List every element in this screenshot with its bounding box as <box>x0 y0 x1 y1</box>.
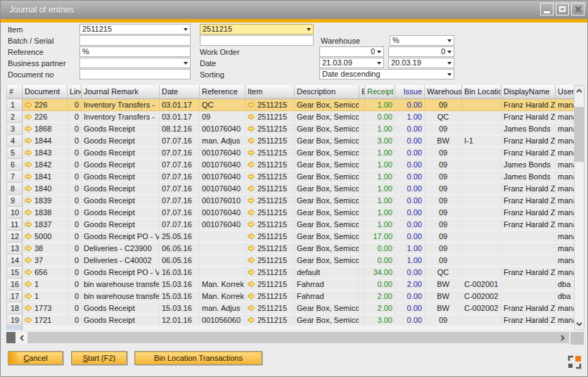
cell-user[interactable]: mana <box>556 123 575 135</box>
cell-issue[interactable]: 1.00 <box>395 255 425 267</box>
link-arrow-icon[interactable] <box>25 231 32 243</box>
cell-date[interactable]: 07.07.16 <box>160 195 200 207</box>
cell-description[interactable]: Gear Box, Semicondu <box>295 111 359 123</box>
cell-line[interactable]: 0 <box>68 147 82 159</box>
cell-warehouse[interactable]: QC <box>425 111 462 123</box>
link-arrow-icon[interactable] <box>25 112 32 123</box>
cell-receipt[interactable]: 1.00 <box>365 159 395 171</box>
cell-reference[interactable] <box>200 243 245 255</box>
cell-e[interactable] <box>359 267 365 279</box>
item-code-combo[interactable]: 2511215 <box>200 24 314 34</box>
cell-display-name[interactable] <box>501 255 556 267</box>
cell-description[interactable]: Gear Box, Semicondu <box>295 195 359 207</box>
row-number[interactable]: 8 <box>7 183 23 195</box>
cell-receipt[interactable]: 34.00 <box>365 267 395 279</box>
cell-reference[interactable]: 001056060 <box>200 314 245 326</box>
column-header-e[interactable]: E <box>359 85 365 99</box>
cell-issue[interactable]: 0.00 <box>395 159 425 171</box>
row-number[interactable]: 19 <box>7 314 23 326</box>
cell-user[interactable]: mana <box>556 302 575 314</box>
cell-reference[interactable]: Man. Korrek <box>200 290 245 302</box>
cell-issue[interactable]: 1.00 <box>395 111 425 123</box>
link-arrow-icon[interactable] <box>248 207 255 219</box>
cell-user[interactable]: mana <box>556 171 575 183</box>
link-arrow-icon[interactable] <box>25 184 32 195</box>
link-arrow-icon[interactable] <box>25 303 32 314</box>
row-number[interactable]: 14 <box>7 255 23 267</box>
link-arrow-icon[interactable] <box>25 207 32 219</box>
link-arrow-icon[interactable] <box>248 148 255 159</box>
cell-bin-location[interactable]: C-002002 <box>462 302 501 314</box>
cell-description[interactable]: Gear Box, Semicondu <box>295 314 359 326</box>
cell-warehouse[interactable]: 09 <box>425 243 462 255</box>
link-arrow-icon[interactable] <box>25 219 32 231</box>
sorting-combo[interactable]: Date descending <box>319 69 454 79</box>
cell-user[interactable]: mana <box>556 111 575 123</box>
cell-issue[interactable]: 0.00 <box>395 183 425 195</box>
cell-user[interactable]: mana <box>556 135 575 147</box>
cell-date[interactable]: 07.07.16 <box>160 183 200 195</box>
document-no-input[interactable] <box>79 69 191 79</box>
cell-document[interactable]: 1721 <box>23 314 68 326</box>
cell-document[interactable]: 1 <box>23 279 68 290</box>
table-row[interactable]: 156560Goods Receipt PO - V1016.03.162511… <box>7 267 575 279</box>
cell-item[interactable]: 2511215 <box>245 219 295 231</box>
row-number[interactable]: 1 <box>7 99 23 111</box>
chevron-down-icon[interactable] <box>307 28 311 31</box>
cell-display-name[interactable]: James Bonds <box>501 123 556 135</box>
cell-line[interactable]: 0 <box>68 219 82 231</box>
cell-display-name[interactable] <box>501 279 556 290</box>
cell-document[interactable]: 1839 <box>23 195 68 207</box>
cell-document[interactable]: 226 <box>23 99 68 111</box>
column-header-num[interactable]: # <box>7 85 23 99</box>
cell-warehouse[interactable]: 09 <box>425 314 462 326</box>
cell-item[interactable]: 2511215 <box>245 290 295 302</box>
cell-description[interactable]: Fahrrad <box>295 290 359 302</box>
cell-journal-remark[interactable]: Goods Receipt <box>82 135 160 147</box>
cell-bin-location[interactable] <box>462 267 501 279</box>
cell-item[interactable]: 2511215 <box>245 243 295 255</box>
cell-receipt[interactable]: 1.00 <box>365 219 395 231</box>
cell-line[interactable]: 0 <box>68 159 82 171</box>
cell-journal-remark[interactable]: Goods Receipt <box>82 183 160 195</box>
cell-reference[interactable]: 001076040 <box>200 207 245 219</box>
cell-reference[interactable]: 001076040 <box>200 147 245 159</box>
cell-reference[interactable]: 001076010 <box>200 195 245 207</box>
cell-issue[interactable]: 0.00 <box>395 219 425 231</box>
cell-date[interactable]: 07.07.16 <box>160 135 200 147</box>
cell-date[interactable]: 07.07.16 <box>160 171 200 183</box>
cell-e[interactable] <box>359 159 365 171</box>
cell-issue[interactable]: 0.00 <box>395 314 425 326</box>
cell-warehouse[interactable]: 09 <box>425 219 462 231</box>
cell-user[interactable]: mana <box>556 195 575 207</box>
cell-reference[interactable]: 001076040 <box>200 219 245 231</box>
cell-issue[interactable]: 1.00 <box>395 243 425 255</box>
cell-receipt[interactable]: 1.00 <box>365 207 395 219</box>
cell-line[interactable]: 0 <box>68 135 82 147</box>
cell-journal-remark[interactable]: Goods Receipt <box>82 171 160 183</box>
row-number[interactable]: 3 <box>7 123 23 135</box>
scroll-left-button[interactable] <box>15 332 27 343</box>
cell-line[interactable]: 0 <box>68 255 82 267</box>
cell-display-name[interactable] <box>501 231 556 243</box>
table-row[interactable]: 718410Goods Receipt07.07.160010760402511… <box>7 171 575 183</box>
cell-description[interactable]: Gear Box, Semicondu <box>295 171 359 183</box>
cell-document[interactable]: 1 <box>23 290 68 302</box>
batch-serial-input[interactable] <box>79 35 191 46</box>
form-resize-widget-icon[interactable] <box>568 355 582 369</box>
cell-user[interactable]: mana <box>556 219 575 231</box>
link-arrow-icon[interactable] <box>248 136 255 147</box>
row-number[interactable]: 10 <box>7 207 23 219</box>
cell-date[interactable]: 03.01.17 <box>160 99 200 111</box>
cell-issue[interactable]: 0.00 <box>395 207 425 219</box>
chevron-down-icon[interactable] <box>447 62 452 65</box>
link-arrow-icon[interactable] <box>248 196 255 207</box>
cell-issue[interactable]: 2.00 <box>395 279 425 290</box>
link-arrow-icon[interactable] <box>25 196 32 207</box>
table-row[interactable]: 22260Inventory Transfers -03.01.17092511… <box>7 111 575 123</box>
cell-item[interactable]: 2511215 <box>245 171 295 183</box>
cell-line[interactable]: 0 <box>68 290 82 302</box>
table-row[interactable]: 818400Goods Receipt07.07.160010760402511… <box>7 183 575 195</box>
cell-date[interactable]: 15.03.16 <box>160 302 200 314</box>
cell-item[interactable]: 2511215 <box>245 135 295 147</box>
